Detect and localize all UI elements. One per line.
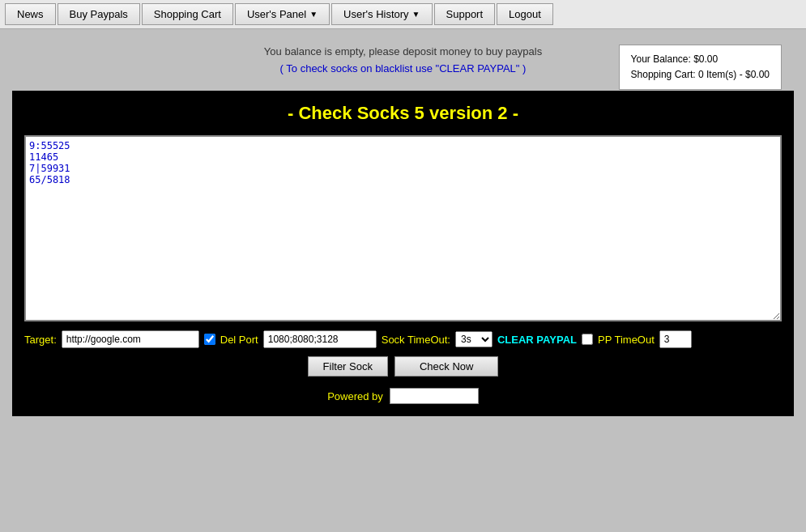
pp-timeout-label: PP TimeOut: [598, 334, 655, 346]
controls-row: Target: Del Port Sock TimeOut: 3s 5s 10s…: [24, 330, 782, 348]
textarea-container: [24, 135, 782, 324]
blacklist-link[interactable]: ( To check socks on blacklist use "CLEAR…: [280, 62, 527, 74]
navbar: News Buy Paypals Shopping Cart User's Pa…: [0, 0, 806, 29]
nav-users-panel[interactable]: User's Panel ▼: [235, 3, 330, 25]
clear-paypal-button[interactable]: CLEAR PAYPAL: [497, 334, 577, 346]
nav-support[interactable]: Support: [434, 3, 496, 25]
nav-shopping-cart[interactable]: Shopping Cart: [142, 3, 233, 25]
pp-timeout-checkbox[interactable]: [582, 334, 593, 345]
check-now-button[interactable]: Check Now: [394, 356, 498, 377]
target-input[interactable]: [62, 330, 199, 348]
pp-timeout-input[interactable]: [659, 330, 692, 348]
dropdown-arrow-icon: ▼: [412, 10, 420, 19]
panel-title: - Check Socks 5 version 2 -: [24, 103, 782, 124]
port-input[interactable]: [263, 330, 377, 348]
nav-buy-paypals[interactable]: Buy Paypals: [58, 3, 140, 25]
sock-timeout-label: Sock TimeOut:: [382, 334, 450, 346]
nav-users-history[interactable]: User's History ▼: [331, 3, 432, 25]
filter-sock-button[interactable]: Filter Sock: [308, 356, 388, 377]
del-port-label: Del Port: [220, 334, 258, 346]
nav-news[interactable]: News: [5, 3, 56, 25]
socks-input[interactable]: [24, 135, 782, 321]
powered-row: Powered by: [24, 388, 782, 404]
dropdown-arrow-icon: ▼: [309, 10, 318, 19]
del-port-checkbox[interactable]: [204, 334, 215, 345]
powered-label: Powered by: [327, 390, 383, 402]
powered-input[interactable]: [390, 388, 479, 404]
balance-line2: Shopping Cart: 0 Item(s) - $0.00: [631, 67, 770, 83]
main-panel: - Check Socks 5 version 2 - Target: Del …: [12, 91, 794, 416]
nav-logout[interactable]: Logout: [497, 3, 553, 25]
target-label: Target:: [24, 334, 57, 346]
balance-line1: Your Balance: $0.00: [631, 52, 770, 67]
buttons-row: Filter Sock Check Now: [24, 356, 782, 377]
balance-box: Your Balance: $0.00 Shopping Cart: 0 Ite…: [619, 45, 782, 90]
timeout-select[interactable]: 3s 5s 10s 15s 30s: [455, 331, 493, 347]
